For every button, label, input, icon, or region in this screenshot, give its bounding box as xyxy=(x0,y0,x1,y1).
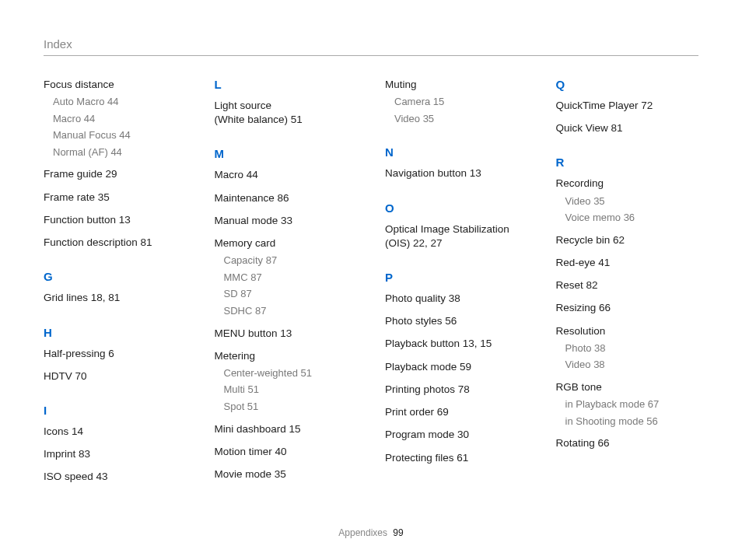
entry-photo-styles: Photo styles 56 xyxy=(385,314,528,328)
entry-function-description: Function description 81 xyxy=(44,236,187,250)
entry-title: Memory card xyxy=(215,236,358,250)
footer-page-number: 99 xyxy=(393,527,403,538)
entry-title: RGB tone xyxy=(556,380,699,394)
entry-macro: Macro 44 xyxy=(215,168,358,182)
sub-entry: Capacity 87 xyxy=(224,254,358,268)
entry-navigation-button: Navigation button 13 xyxy=(385,166,528,180)
entry-protecting-files: Protecting files 61 xyxy=(385,451,528,465)
entry-frame-guide: Frame guide 29 xyxy=(44,167,187,181)
column-2: L Light source (White balance) 51 M Macr… xyxy=(215,78,358,493)
sub-entry: SD 87 xyxy=(224,287,358,301)
entry-resizing: Resizing 66 xyxy=(556,301,699,315)
entry-playback-mode: Playback mode 59 xyxy=(385,360,528,374)
sub-entry: in Playback mode 67 xyxy=(565,397,699,411)
entry-half-pressing: Half-pressing 6 xyxy=(44,347,187,361)
entry-title: Recording xyxy=(556,177,699,191)
sub-entry: Multi 51 xyxy=(224,383,358,397)
sub-entry: Center-weighted 51 xyxy=(224,366,358,380)
section-letter-g: G xyxy=(44,270,187,283)
entry-rotating: Rotating 66 xyxy=(556,436,699,450)
sub-entry: Video 35 xyxy=(394,112,528,126)
section-letter-n: N xyxy=(385,145,528,159)
entry-program-mode: Program mode 30 xyxy=(385,428,528,442)
section-letter-o: O xyxy=(385,201,528,215)
section-letter-q: Q xyxy=(556,78,699,91)
entry-title: Focus distance xyxy=(44,78,187,92)
entry-title: Resolution xyxy=(556,324,699,338)
entry-focus-distance: Focus distance Auto Macro 44 Macro 44 Ma… xyxy=(44,78,187,159)
sub-entry: MMC 87 xyxy=(224,271,358,285)
entry-movie-mode: Movie mode 35 xyxy=(215,467,358,481)
entry-memory-card: Memory card Capacity 87 MMC 87 SD 87 SDH… xyxy=(215,236,358,317)
sub-entry: Voice memo 36 xyxy=(565,211,699,225)
entry-rgb-tone: RGB tone in Playback mode 67 in Shooting… xyxy=(556,380,699,428)
section-letter-m: M xyxy=(215,147,358,160)
entry-hdtv: HDTV 70 xyxy=(44,369,187,383)
entry-grid-lines: Grid lines 18, 81 xyxy=(44,291,187,305)
entry-iso-speed: ISO speed 43 xyxy=(44,470,187,484)
entry-frame-rate: Frame rate 35 xyxy=(44,191,187,205)
sub-entry: Photo 38 xyxy=(565,341,699,355)
entry-manual-mode: Manual mode 33 xyxy=(215,214,358,228)
section-letter-i: I xyxy=(44,404,187,417)
section-letter-p: P xyxy=(385,271,528,284)
entry-quicktime: QuickTime Player 72 xyxy=(556,99,699,113)
entry-imprint: Imprint 83 xyxy=(44,447,187,461)
entry-ois: Optical Image Stabilization (OIS) 22, 27 xyxy=(385,222,528,250)
sub-entry: Normal (AF) 44 xyxy=(53,145,187,159)
entry-mini-dashboard: Mini dashboard 15 xyxy=(215,422,358,436)
sub-entry: Auto Macro 44 xyxy=(53,95,187,109)
sub-entry: Spot 51 xyxy=(224,400,358,414)
entry-red-eye: Red-eye 41 xyxy=(556,256,699,270)
section-letter-r: R xyxy=(556,156,699,169)
sub-entry: Video 38 xyxy=(565,358,699,372)
entry-quick-view: Quick View 81 xyxy=(556,121,699,135)
entry-title: Metering xyxy=(215,349,358,363)
sub-entry: Camera 15 xyxy=(394,95,528,109)
page-footer: Appendixes 99 xyxy=(0,527,742,538)
column-1: Focus distance Auto Macro 44 Macro 44 Ma… xyxy=(44,78,187,493)
column-4: Q QuickTime Player 72 Quick View 81 R Re… xyxy=(556,78,699,493)
section-letter-l: L xyxy=(215,78,358,91)
sub-entry: Macro 44 xyxy=(53,112,187,126)
entry-photo-quality: Photo quality 38 xyxy=(385,292,528,306)
entry-printing-photos: Printing photos 78 xyxy=(385,383,528,397)
entry-resolution: Resolution Photo 38 Video 38 xyxy=(556,324,699,372)
entry-recording: Recording Video 35 Voice memo 36 xyxy=(556,177,699,224)
entry-motion-timer: Motion timer 40 xyxy=(215,445,358,459)
entry-print-order: Print order 69 xyxy=(385,405,528,419)
entry-menu-button: MENU button 13 xyxy=(215,327,358,341)
sub-entry: Manual Focus 44 xyxy=(53,128,187,142)
section-letter-h: H xyxy=(44,326,187,339)
entry-playback-button: Playback button 13, 15 xyxy=(385,337,528,351)
entry-metering: Metering Center-weighted 51 Multi 51 Spo… xyxy=(215,349,358,414)
sub-entry: in Shooting mode 56 xyxy=(565,415,699,429)
sub-entry: Video 35 xyxy=(565,194,699,208)
entry-maintenance: Maintenance 86 xyxy=(215,191,358,205)
entry-function-button: Function button 13 xyxy=(44,213,187,227)
column-3: Muting Camera 15 Video 35 N Navigation b… xyxy=(385,78,528,493)
sub-entry: SDHC 87 xyxy=(224,304,358,318)
page-header-title: Index xyxy=(44,37,698,51)
header-rule xyxy=(44,55,698,56)
entry-muting: Muting Camera 15 Video 35 xyxy=(385,78,528,125)
entry-icons: Icons 14 xyxy=(44,425,187,439)
entry-title: Muting xyxy=(385,78,528,92)
entry-light-source: Light source (White balance) 51 xyxy=(215,99,358,127)
index-columns: Focus distance Auto Macro 44 Macro 44 Ma… xyxy=(44,78,698,493)
footer-section: Appendixes xyxy=(338,527,387,538)
entry-recycle-bin: Recycle bin 62 xyxy=(556,233,699,247)
entry-reset: Reset 82 xyxy=(556,278,699,292)
